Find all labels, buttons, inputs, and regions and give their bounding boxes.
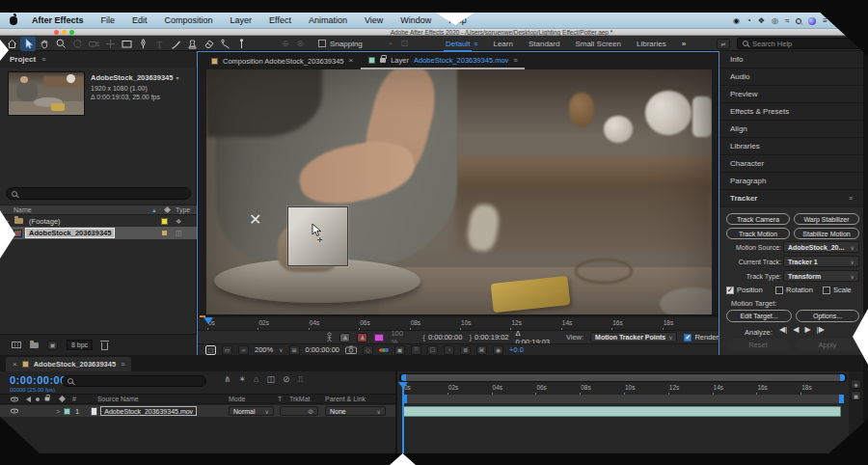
position-check[interactable]: ✓ Position: [726, 286, 763, 294]
workspace-standard[interactable]: Standard: [529, 40, 559, 48]
mask-highlight-icon[interactable]: ♟: [339, 333, 350, 342]
siri-icon[interactable]: [808, 17, 816, 25]
exposure-value[interactable]: +0.0: [509, 345, 524, 354]
label-color-swatch[interactable]: [161, 230, 168, 236]
scale-check[interactable]: Scale: [823, 286, 852, 294]
row-label[interactable]: (Footage): [29, 217, 61, 226]
help-search-input[interactable]: [752, 40, 856, 48]
world-axis-icon[interactable]: ⊗: [297, 39, 305, 48]
layer-duration-bar[interactable]: [402, 406, 841, 417]
apply-button[interactable]: Apply: [796, 339, 859, 351]
motion-blur-icon[interactable]: ⊘: [283, 375, 290, 384]
apple-menu-icon[interactable]: [10, 16, 17, 25]
solo-column-icon[interactable]: [36, 397, 40, 401]
menu-edit[interactable]: Edit: [123, 13, 156, 29]
spotlight-icon[interactable]: [796, 18, 801, 24]
menu-composition[interactable]: Composition: [156, 13, 222, 29]
project-row-clip[interactable]: AdobeStock_203639345 ◫: [0, 227, 197, 239]
puppet-pin-tool[interactable]: [233, 37, 249, 51]
layer-row[interactable]: > 1 AdobeStock_203639345.mov Normal ∨ ⊘ …: [0, 405, 395, 417]
panel-tab-audio[interactable]: Audio: [719, 68, 863, 85]
current-time[interactable]: 0:00:00:00: [306, 345, 339, 354]
brush-tool[interactable]: [168, 37, 183, 51]
minimize-window-button[interactable]: [62, 30, 67, 35]
panel-menu-icon[interactable]: ≡: [121, 361, 124, 368]
in-point-icon[interactable]: {: [422, 334, 425, 342]
column-name[interactable]: Name: [14, 206, 32, 213]
panel-tab-effects-presets[interactable]: Effects & Presets: [719, 103, 863, 120]
local-axis-icon[interactable]: ⊕: [282, 39, 289, 48]
transparency-grid-icon[interactable]: ⛆: [411, 345, 421, 355]
timeline-tab[interactable]: × AdobeStock_203639345 ≡: [6, 357, 131, 371]
timeline-scrollbar[interactable]: [399, 373, 847, 382]
glasses-icon[interactable]: ∞: [238, 345, 249, 355]
lock-column-icon[interactable]: [45, 397, 50, 401]
workspace-learn[interactable]: Learn: [493, 40, 512, 48]
column-parent-link[interactable]: Parent & Link: [325, 396, 366, 402]
viewer-playhead[interactable]: [203, 317, 213, 329]
timeline-ruler[interactable]: 0s 02s 04s 06s 08s 10s 12s 14s 16s 18s: [402, 384, 844, 394]
motion-source-dropdown[interactable]: AdobeStock_20... ∨: [783, 241, 859, 253]
work-area-bar[interactable]: [402, 395, 844, 403]
sort-ascending-icon[interactable]: ▲: [151, 207, 157, 213]
label-color-swatch[interactable]: [161, 218, 168, 225]
mask-shape-tool[interactable]: [119, 37, 134, 51]
column-hash[interactable]: #: [72, 396, 76, 402]
menu-file[interactable]: File: [93, 13, 124, 29]
composition-mini-flowchart-icon[interactable]: ⋔: [224, 375, 231, 384]
panel-tab-libraries[interactable]: Libraries: [719, 138, 863, 154]
rotation-checkbox[interactable]: [775, 287, 783, 294]
help-search[interactable]: [737, 38, 862, 49]
analyze-forward-one-button[interactable]: |▶: [817, 325, 825, 334]
panel-tab-paragraph[interactable]: Paragraph: [719, 173, 863, 189]
out-point-time[interactable]: 0:00:19:02: [475, 333, 508, 342]
delete-icon[interactable]: [101, 342, 108, 350]
snapshot-camera-icon[interactable]: [345, 345, 357, 354]
graph-editor-icon[interactable]: ⎍: [298, 375, 304, 384]
analyze-backward-button[interactable]: ◀: [793, 325, 799, 334]
exposure-reset-icon[interactable]: ◉: [493, 345, 503, 355]
comp-button-icon[interactable]: ▣: [851, 391, 861, 400]
timeline-button-icon[interactable]: ≣: [460, 345, 471, 355]
scrollbar-right-cap[interactable]: [840, 374, 845, 381]
zoom-tool[interactable]: [53, 37, 68, 51]
in-point-time[interactable]: 0:00:00:00: [428, 333, 462, 342]
close-tab-icon[interactable]: ×: [349, 57, 354, 65]
scrollbar-thumb[interactable]: [401, 374, 845, 381]
menu-effect[interactable]: Effect: [260, 13, 300, 29]
project-search[interactable]: [6, 187, 191, 200]
clone-stamp-tool[interactable]: [184, 37, 200, 51]
video-column-icon[interactable]: [11, 397, 18, 401]
edit-target-button[interactable]: Edit Target...: [726, 310, 792, 322]
view-dropdown[interactable]: Motion Tracker Points ∨: [590, 332, 677, 342]
tab-composition[interactable]: Composition AdobeStock_203639345 ×: [198, 52, 361, 69]
render-checkbox[interactable]: ✓: [684, 334, 692, 342]
workspace-overflow-button[interactable]: »: [682, 40, 686, 48]
menu-animation[interactable]: Animation: [300, 13, 356, 29]
panel-tab-preview[interactable]: Preview: [719, 86, 863, 102]
track-type-dropdown[interactable]: Transform ∨: [783, 270, 859, 282]
options-button[interactable]: Options...: [796, 310, 859, 322]
snap-keyframe-icon[interactable]: ⌁: [388, 39, 393, 48]
work-area-end-handle[interactable]: [839, 395, 844, 403]
label-column-icon[interactable]: [164, 206, 171, 213]
column-trkmat[interactable]: TrkMat: [289, 396, 311, 402]
trkmat-dropdown[interactable]: ⊘: [280, 406, 318, 416]
track-motion-button[interactable]: Track Motion: [726, 228, 790, 239]
out-point-icon[interactable]: }: [469, 334, 472, 342]
time-machine-icon[interactable]: ◔: [746, 16, 751, 25]
menu-layer[interactable]: Layer: [222, 13, 261, 29]
mask-alpha-icon[interactable]: ♟: [357, 333, 367, 342]
flowchart-icon[interactable]: ⌘: [476, 345, 487, 355]
timeline-search[interactable]: [62, 375, 206, 387]
workspace-menu-icon[interactable]: ≡: [474, 41, 477, 47]
parent-link-dropdown[interactable]: None ∨: [325, 406, 386, 416]
camera-tool[interactable]: [86, 37, 101, 51]
menu-app[interactable]: After Effects: [23, 13, 93, 29]
new-folder-icon[interactable]: [30, 342, 39, 348]
panel-tab-align[interactable]: Align: [719, 121, 863, 137]
row-label[interactable]: AdobeStock_203639345: [29, 229, 111, 237]
analyze-back-one-button[interactable]: ◀|: [779, 325, 787, 334]
audio-column-icon[interactable]: [23, 397, 31, 402]
chevron-down-icon[interactable]: ▾: [176, 75, 178, 81]
